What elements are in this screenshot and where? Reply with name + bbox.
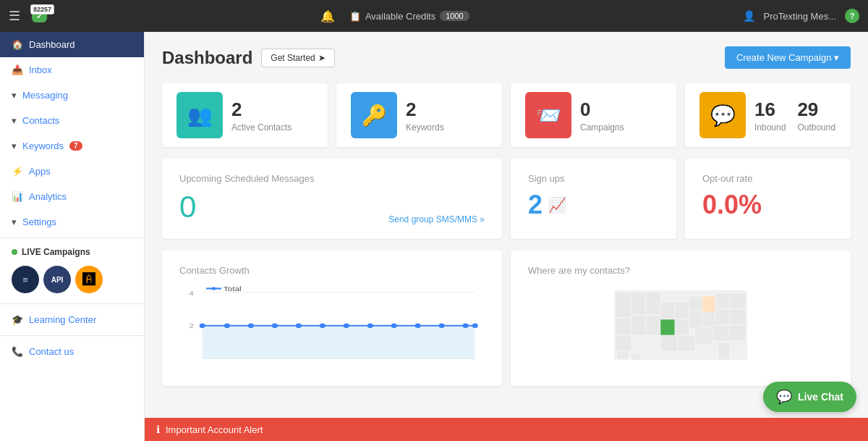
get-started-button[interactable]: Get Started ➤ <box>261 49 334 67</box>
svg-rect-23 <box>616 292 631 318</box>
contacts-number: 2 <box>231 98 292 121</box>
us-map-svg <box>528 285 833 371</box>
svg-rect-24 <box>616 318 631 335</box>
svg-rect-29 <box>646 315 660 335</box>
svg-rect-49 <box>631 354 640 360</box>
sidebar-item-messaging[interactable]: ▾ Messaging <box>0 83 144 108</box>
top-header: ☰ ✓ 82257 🔔 📋 Available Credits 1000 👤 P… <box>0 0 868 32</box>
campaign-daily[interactable]: ≡ <box>12 266 39 293</box>
inbox-icon: 📥 <box>12 64 23 75</box>
live-chat-button[interactable]: 💬 Live Chat <box>763 382 856 412</box>
contact-us-icon: 📞 <box>12 346 23 357</box>
dashboard-header: Dashboard Get Started ➤ Create New Campa… <box>162 46 851 69</box>
signups-optout-group: Sign ups 2 📈 Opt-out rate 0.0% <box>511 159 851 239</box>
svg-rect-48 <box>617 351 629 359</box>
signups-number: 2 <box>528 190 542 220</box>
svg-rect-32 <box>675 302 689 319</box>
dashboard-icon: 🏠 <box>12 39 23 50</box>
svg-rect-39 <box>715 309 730 325</box>
content-area: Dashboard Get Started ➤ Create New Campa… <box>145 32 868 441</box>
stat-card-campaigns: 📨 0 Campaigns <box>511 83 676 147</box>
hamburger-menu[interactable]: ☰ <box>9 8 20 24</box>
keywords-badge: 7 <box>69 141 82 151</box>
map-title: Where are my contacts? <box>528 265 833 276</box>
sidebar-item-keywords[interactable]: ▾ Keywords 7 <box>0 133 144 159</box>
keywords-stat-info: 2 Keywords <box>406 98 444 133</box>
send-sms-link[interactable]: Send group SMS/MMS » <box>388 214 485 224</box>
svg-point-12 <box>344 323 349 328</box>
campaign-api[interactable]: API <box>43 266 71 293</box>
inbound-number: 16 <box>754 98 786 121</box>
svg-rect-33 <box>675 319 689 335</box>
signups-value-group: 2 📈 <box>528 190 659 220</box>
signups-title: Sign ups <box>528 173 659 184</box>
sidebar-item-learning-center[interactable]: 🎓 Learning Center <box>0 307 144 332</box>
campaigns-label: Campaigns <box>580 122 624 133</box>
notifications-icon[interactable]: 🔔 <box>320 9 335 23</box>
svg-point-7 <box>224 323 230 328</box>
create-campaign-button[interactable]: Create New Campaign ▾ <box>725 46 851 69</box>
sidebar-label-settings: Settings <box>22 217 56 227</box>
campaigns-stat-icon: 📨 <box>525 92 571 138</box>
svg-rect-28 <box>646 292 660 315</box>
svg-text:Total: Total <box>224 285 242 293</box>
sidebar-item-analytics[interactable]: 📊 Analytics <box>0 184 144 209</box>
svg-point-10 <box>296 323 302 328</box>
sidebar-item-inbox[interactable]: 📥 Inbox <box>0 57 144 83</box>
user-name[interactable]: ProTexting Mes... <box>764 11 836 22</box>
sidebar-item-apps[interactable]: ⚡ Apps <box>0 159 144 184</box>
live-campaigns-section: LIVE Campaigns <box>0 241 144 263</box>
page-title: Dashboard <box>162 48 252 68</box>
svg-marker-5 <box>203 326 475 359</box>
credits-badge: 📋 Available Credits 1000 <box>349 11 469 22</box>
apps-icon: ⚡ <box>12 166 23 177</box>
sidebar-label-analytics: Analytics <box>29 191 67 202</box>
stats-row: 👥 2 Active Contacts 🔑 2 Keywords 📨 0 Cam… <box>162 83 851 147</box>
sidebar-item-contact-us[interactable]: 📞 Contact us <box>0 339 144 364</box>
svg-text:4: 4 <box>189 289 194 297</box>
inbound-group: 16 Inbound <box>754 98 786 133</box>
svg-point-18 <box>472 323 478 328</box>
svg-rect-46 <box>728 325 746 341</box>
credits-icon: 📋 <box>349 11 361 22</box>
chat-icon: 💬 <box>776 389 792 405</box>
contacts-icon: ▾ <box>12 115 17 126</box>
inbound-label: Inbound <box>754 122 786 133</box>
sidebar-label-contact-us: Contact us <box>29 346 74 357</box>
sidebar-divider-1 <box>0 238 144 238</box>
svg-point-9 <box>272 323 278 328</box>
svg-rect-34 <box>689 296 702 312</box>
svg-point-17 <box>463 323 469 328</box>
header-right: 👤 ProTexting Mes... ? <box>743 9 859 23</box>
contacts-map-card: Where are my contacts? <box>511 251 851 386</box>
header-center: 🔔 📋 Available Credits 1000 <box>59 9 731 23</box>
campaign-icons-row: ≡ API 🅰 <box>0 263 144 301</box>
scheduled-messages-widget: Upcoming Scheduled Messages 0 Send group… <box>162 159 502 239</box>
alert-bar: ℹ Important Account Alert <box>145 418 868 441</box>
analytics-icon: 📊 <box>12 191 23 202</box>
optout-widget: Opt-out rate 0.0% <box>685 159 851 239</box>
sidebar-divider-2 <box>0 303 144 304</box>
optout-number: 0.0% <box>702 190 833 220</box>
svg-rect-26 <box>631 292 646 315</box>
svg-rect-27 <box>631 315 646 335</box>
stat-card-messages: 💬 16 Inbound 29 Outbound <box>685 83 851 147</box>
growth-chart-svg: 4 2 <box>179 285 485 371</box>
contacts-growth-chart: 4 2 <box>179 285 485 371</box>
trend-icon: 📈 <box>548 196 566 214</box>
sidebar-item-dashboard[interactable]: 🏠 Dashboard <box>0 32 144 57</box>
svg-rect-35 <box>689 312 702 328</box>
help-icon[interactable]: ? <box>845 9 859 23</box>
live-campaigns-label: LIVE Campaigns <box>22 247 90 257</box>
get-started-label: Get Started <box>271 53 315 63</box>
sidebar-label-inbox: Inbox <box>29 64 52 75</box>
main-layout: 🏠 Dashboard 📥 Inbox ▾ Messaging ▾ Contac… <box>0 32 868 441</box>
sidebar-item-contacts[interactable]: ▾ Contacts <box>0 108 144 133</box>
outbound-number: 29 <box>797 98 835 121</box>
svg-point-11 <box>320 323 326 328</box>
keywords-number: 2 <box>406 98 444 121</box>
sidebar-item-settings[interactable]: ▾ Settings <box>0 209 144 235</box>
sidebar: 🏠 Dashboard 📥 Inbox ▾ Messaging ▾ Contac… <box>0 32 145 441</box>
campaigns-number: 0 <box>580 98 624 121</box>
campaign-amazon[interactable]: 🅰 <box>75 266 103 293</box>
